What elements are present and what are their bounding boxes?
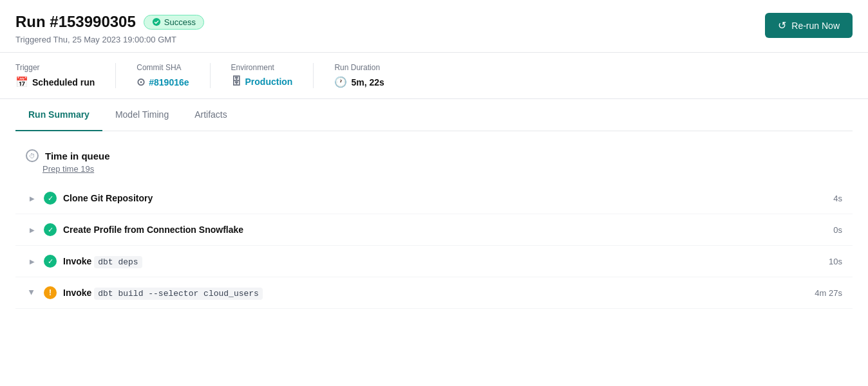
meta-duration: Run Duration 🕐 5m, 22s — [334, 63, 404, 88]
tab-artifacts[interactable]: Artifacts — [182, 99, 240, 131]
step-row[interactable]: ▶ ✓ Invoke dbt deps 10s — [15, 246, 853, 277]
step-row[interactable]: ▶ ✓ Create Profile from Connection Snowf… — [15, 214, 853, 246]
expand-arrow: ▶ — [26, 223, 39, 236]
duration-value: 🕐 5m, 22s — [334, 76, 384, 88]
environment-value: 🗄 Production — [231, 76, 293, 87]
title-row: Run #153990305 Success — [15, 13, 204, 31]
step-name: Clone Git Repository — [63, 193, 800, 203]
content-area: Run Summary Model Timing Artifacts ⏱ Tim… — [0, 99, 868, 319]
environment-label: Environment — [231, 63, 293, 72]
step-status-icon: ✓ — [44, 223, 57, 236]
step-name: Invoke dbt deps — [63, 256, 800, 267]
step-row[interactable]: ▶ ! Invoke dbt build --selector cloud_us… — [15, 277, 853, 309]
step-duration: 10s — [810, 257, 842, 266]
rerun-label: Re-run Now — [791, 21, 840, 31]
warning-icon: ! — [44, 286, 57, 299]
step-duration: 4m 27s — [810, 288, 842, 298]
step-status-icon: ✓ — [44, 255, 57, 268]
top-bar: Run #153990305 Success Triggered Thu, 25… — [0, 0, 868, 53]
queue-item: ⏱ Time in queue Prep time 19s — [15, 142, 853, 181]
expand-arrow-open: ▶ — [26, 286, 39, 299]
step-status-icon: ! — [44, 286, 57, 299]
step-code: dbt deps — [94, 256, 142, 268]
meta-row: Trigger 📅 Scheduled run Commit SHA ⊙ #81… — [0, 53, 868, 99]
step-name: Invoke dbt build --selector cloud_users — [63, 288, 800, 299]
success-badge: Success — [144, 15, 204, 30]
step-duration: 0s — [810, 225, 842, 235]
step-status-icon: ✓ — [44, 192, 57, 205]
environment-link[interactable]: Production — [245, 77, 293, 87]
commit-value: ⊙ #819016e — [137, 76, 189, 88]
trigger-value: 📅 Scheduled run — [15, 76, 95, 88]
duration-text: 5m, 22s — [351, 77, 384, 87]
rerun-button[interactable]: ↺ Re-run Now — [765, 13, 853, 38]
steps-container: ⏱ Time in queue Prep time 19s ▶ ✓ Clone … — [15, 131, 853, 319]
step-duration: 4s — [810, 194, 842, 203]
success-icon: ✓ — [44, 223, 57, 236]
queue-header: ⏱ Time in queue — [26, 149, 842, 162]
expand-arrow: ▶ — [26, 255, 39, 268]
tab-model-timing[interactable]: Model Timing — [102, 99, 182, 131]
expand-arrow: ▶ — [26, 192, 39, 205]
check-icon — [152, 17, 161, 26]
run-title: Run #153990305 — [15, 13, 136, 31]
queue-title: Time in queue — [45, 151, 110, 161]
trigger-text: Scheduled run — [32, 77, 95, 87]
clock-icon: 🕐 — [334, 76, 347, 88]
svg-point-0 — [153, 18, 160, 26]
calendar-icon: 📅 — [15, 76, 28, 88]
step-row[interactable]: ▶ ✓ Clone Git Repository 4s — [15, 183, 853, 214]
commit-link[interactable]: #819016e — [149, 77, 189, 87]
success-icon: ✓ — [44, 192, 57, 205]
tab-run-summary[interactable]: Run Summary — [15, 99, 102, 131]
rerun-icon: ↺ — [778, 19, 786, 32]
step-name: Create Profile from Connection Snowflake — [63, 225, 800, 235]
title-section: Run #153990305 Success Triggered Thu, 25… — [15, 13, 204, 44]
success-icon: ✓ — [44, 255, 57, 268]
triggered-text: Triggered Thu, 25 May 2023 19:00:00 GMT — [15, 35, 204, 44]
tabs: Run Summary Model Timing Artifacts — [15, 99, 853, 131]
stack-icon: 🗄 — [231, 76, 241, 87]
meta-trigger: Trigger 📅 Scheduled run — [15, 63, 116, 88]
commit-icon: ⊙ — [137, 76, 145, 88]
duration-label: Run Duration — [334, 63, 384, 72]
meta-environment: Environment 🗄 Production — [231, 63, 314, 88]
queue-sub: Prep time 19s — [42, 163, 842, 174]
commit-label: Commit SHA — [137, 63, 189, 72]
prep-time-link[interactable]: Prep time 19s — [42, 164, 94, 174]
meta-commit: Commit SHA ⊙ #819016e — [137, 63, 210, 88]
queue-clock-icon: ⏱ — [26, 149, 39, 162]
step-code: dbt build --selector cloud_users — [94, 288, 263, 300]
status-label: Success — [164, 17, 196, 27]
trigger-label: Trigger — [15, 63, 95, 72]
